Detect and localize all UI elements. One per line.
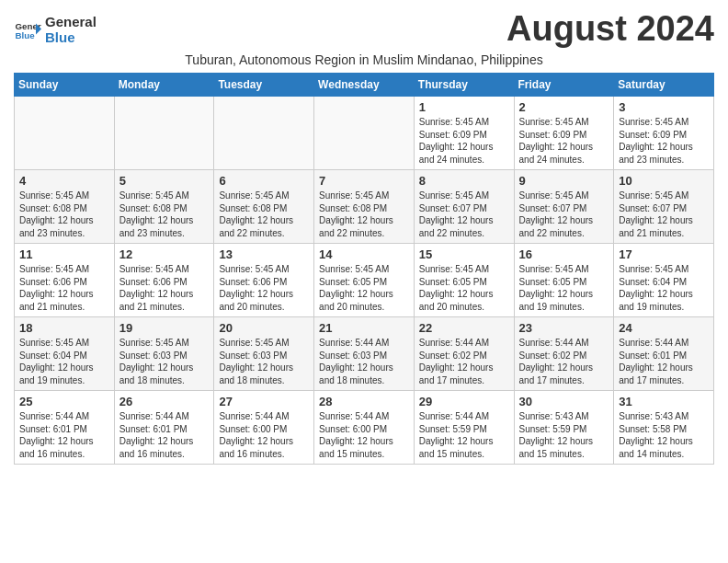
calendar-cell: 21Sunrise: 5:44 AM Sunset: 6:03 PM Dayli… bbox=[314, 317, 415, 391]
day-number: 2 bbox=[519, 100, 609, 114]
day-info: Sunrise: 5:45 AM Sunset: 6:03 PM Dayligh… bbox=[119, 337, 210, 386]
day-info: Sunrise: 5:44 AM Sunset: 5:59 PM Dayligh… bbox=[419, 410, 509, 460]
day-info: Sunrise: 5:44 AM Sunset: 6:02 PM Dayligh… bbox=[419, 337, 509, 386]
day-number: 5 bbox=[119, 174, 210, 188]
calendar-cell: 29Sunrise: 5:44 AM Sunset: 5:59 PM Dayli… bbox=[414, 391, 514, 465]
weekday-tuesday: Tuesday bbox=[214, 74, 314, 97]
day-info: Sunrise: 5:45 AM Sunset: 6:04 PM Dayligh… bbox=[19, 337, 109, 386]
calendar-cell bbox=[15, 97, 115, 170]
calendar-row-5: 25Sunrise: 5:44 AM Sunset: 6:01 PM Dayli… bbox=[15, 391, 714, 465]
calendar-cell: 13Sunrise: 5:45 AM Sunset: 6:06 PM Dayli… bbox=[214, 244, 314, 317]
calendar-cell: 26Sunrise: 5:44 AM Sunset: 6:01 PM Dayli… bbox=[114, 391, 214, 465]
calendar-cell: 16Sunrise: 5:45 AM Sunset: 6:05 PM Dayli… bbox=[514, 244, 614, 317]
calendar-cell: 6Sunrise: 5:45 AM Sunset: 6:08 PM Daylig… bbox=[214, 170, 314, 244]
day-number: 24 bbox=[619, 321, 709, 335]
day-info: Sunrise: 5:45 AM Sunset: 6:06 PM Dayligh… bbox=[19, 263, 109, 313]
logo: General Blue General Blue bbox=[14, 15, 97, 45]
calendar-cell: 10Sunrise: 5:45 AM Sunset: 6:07 PM Dayli… bbox=[614, 170, 714, 244]
calendar-cell: 12Sunrise: 5:45 AM Sunset: 6:06 PM Dayli… bbox=[114, 244, 214, 317]
day-number: 11 bbox=[19, 247, 109, 261]
day-number: 20 bbox=[219, 321, 309, 335]
day-number: 19 bbox=[119, 321, 210, 335]
calendar-cell: 22Sunrise: 5:44 AM Sunset: 6:02 PM Dayli… bbox=[414, 317, 514, 391]
day-number: 17 bbox=[619, 247, 709, 261]
calendar-cell bbox=[314, 97, 415, 170]
calendar: SundayMondayTuesdayWednesdayThursdayFrid… bbox=[14, 73, 714, 465]
day-number: 15 bbox=[419, 247, 509, 261]
weekday-header-row: SundayMondayTuesdayWednesdayThursdayFrid… bbox=[15, 74, 714, 97]
day-info: Sunrise: 5:45 AM Sunset: 6:06 PM Dayligh… bbox=[219, 263, 309, 313]
day-info: Sunrise: 5:45 AM Sunset: 6:09 PM Dayligh… bbox=[419, 116, 509, 166]
day-info: Sunrise: 5:43 AM Sunset: 5:59 PM Dayligh… bbox=[519, 410, 609, 460]
calendar-cell: 3Sunrise: 5:45 AM Sunset: 6:09 PM Daylig… bbox=[614, 97, 714, 170]
day-info: Sunrise: 5:44 AM Sunset: 6:00 PM Dayligh… bbox=[219, 410, 309, 460]
day-number: 6 bbox=[219, 174, 309, 188]
day-info: Sunrise: 5:45 AM Sunset: 6:08 PM Dayligh… bbox=[19, 190, 109, 239]
day-number: 8 bbox=[419, 174, 509, 188]
day-info: Sunrise: 5:44 AM Sunset: 6:01 PM Dayligh… bbox=[619, 337, 709, 386]
calendar-cell: 27Sunrise: 5:44 AM Sunset: 6:00 PM Dayli… bbox=[214, 391, 314, 465]
calendar-cell: 24Sunrise: 5:44 AM Sunset: 6:01 PM Dayli… bbox=[614, 317, 714, 391]
calendar-header: SundayMondayTuesdayWednesdayThursdayFrid… bbox=[15, 74, 714, 97]
day-info: Sunrise: 5:43 AM Sunset: 5:58 PM Dayligh… bbox=[619, 410, 709, 460]
day-number: 27 bbox=[219, 395, 309, 408]
day-info: Sunrise: 5:45 AM Sunset: 6:07 PM Dayligh… bbox=[519, 190, 609, 239]
day-number: 28 bbox=[319, 395, 409, 408]
calendar-cell: 14Sunrise: 5:45 AM Sunset: 6:05 PM Dayli… bbox=[314, 244, 415, 317]
day-number: 14 bbox=[319, 247, 409, 261]
header: General Blue General Blue August 2024 bbox=[14, 9, 714, 49]
calendar-cell: 5Sunrise: 5:45 AM Sunset: 6:08 PM Daylig… bbox=[114, 170, 214, 244]
day-number: 31 bbox=[619, 395, 709, 408]
calendar-body: 1Sunrise: 5:45 AM Sunset: 6:09 PM Daylig… bbox=[15, 97, 714, 465]
svg-text:Blue: Blue bbox=[16, 30, 36, 40]
weekday-sunday: Sunday bbox=[15, 74, 115, 97]
calendar-cell: 20Sunrise: 5:45 AM Sunset: 6:03 PM Dayli… bbox=[214, 317, 314, 391]
day-info: Sunrise: 5:45 AM Sunset: 6:09 PM Dayligh… bbox=[519, 116, 609, 166]
day-info: Sunrise: 5:44 AM Sunset: 6:01 PM Dayligh… bbox=[19, 410, 109, 460]
day-info: Sunrise: 5:44 AM Sunset: 6:01 PM Dayligh… bbox=[119, 410, 210, 460]
calendar-cell bbox=[114, 97, 214, 170]
day-number: 1 bbox=[419, 100, 509, 114]
day-info: Sunrise: 5:45 AM Sunset: 6:07 PM Dayligh… bbox=[619, 190, 709, 239]
day-info: Sunrise: 5:45 AM Sunset: 6:09 PM Dayligh… bbox=[619, 116, 709, 166]
calendar-cell: 25Sunrise: 5:44 AM Sunset: 6:01 PM Dayli… bbox=[15, 391, 115, 465]
logo-blue-text: Blue bbox=[45, 30, 97, 46]
day-info: Sunrise: 5:45 AM Sunset: 6:08 PM Dayligh… bbox=[219, 190, 309, 239]
weekday-friday: Friday bbox=[514, 74, 614, 97]
calendar-cell: 31Sunrise: 5:43 AM Sunset: 5:58 PM Dayli… bbox=[614, 391, 714, 465]
calendar-row-2: 4Sunrise: 5:45 AM Sunset: 6:08 PM Daylig… bbox=[15, 170, 714, 244]
day-number: 22 bbox=[419, 321, 509, 335]
calendar-cell: 9Sunrise: 5:45 AM Sunset: 6:07 PM Daylig… bbox=[514, 170, 614, 244]
day-info: Sunrise: 5:45 AM Sunset: 6:08 PM Dayligh… bbox=[319, 190, 409, 239]
day-info: Sunrise: 5:44 AM Sunset: 6:02 PM Dayligh… bbox=[519, 337, 609, 386]
calendar-cell: 18Sunrise: 5:45 AM Sunset: 6:04 PM Dayli… bbox=[15, 317, 115, 391]
logo-text: General Blue bbox=[45, 15, 97, 45]
day-number: 26 bbox=[119, 395, 210, 408]
day-number: 25 bbox=[19, 395, 109, 408]
day-number: 4 bbox=[19, 174, 109, 188]
day-number: 10 bbox=[619, 174, 709, 188]
weekday-thursday: Thursday bbox=[414, 74, 514, 97]
day-number: 29 bbox=[419, 395, 509, 408]
day-number: 7 bbox=[319, 174, 409, 188]
day-number: 9 bbox=[519, 174, 609, 188]
day-number: 21 bbox=[319, 321, 409, 335]
calendar-cell: 30Sunrise: 5:43 AM Sunset: 5:59 PM Dayli… bbox=[514, 391, 614, 465]
logo-icon: General Blue bbox=[14, 17, 41, 44]
day-number: 16 bbox=[519, 247, 609, 261]
day-info: Sunrise: 5:45 AM Sunset: 6:04 PM Dayligh… bbox=[619, 263, 709, 313]
day-number: 23 bbox=[519, 321, 609, 335]
calendar-cell bbox=[214, 97, 314, 170]
calendar-cell: 11Sunrise: 5:45 AM Sunset: 6:06 PM Dayli… bbox=[15, 244, 115, 317]
day-number: 18 bbox=[19, 321, 109, 335]
weekday-saturday: Saturday bbox=[614, 74, 714, 97]
day-info: Sunrise: 5:45 AM Sunset: 6:05 PM Dayligh… bbox=[319, 263, 409, 313]
day-info: Sunrise: 5:44 AM Sunset: 6:03 PM Dayligh… bbox=[319, 337, 409, 386]
day-info: Sunrise: 5:45 AM Sunset: 6:06 PM Dayligh… bbox=[119, 263, 210, 313]
day-number: 12 bbox=[119, 247, 210, 261]
month-title: August 2024 bbox=[506, 9, 714, 49]
logo-general-text: General bbox=[45, 15, 97, 30]
day-info: Sunrise: 5:45 AM Sunset: 6:03 PM Dayligh… bbox=[219, 337, 309, 386]
calendar-cell: 7Sunrise: 5:45 AM Sunset: 6:08 PM Daylig… bbox=[314, 170, 415, 244]
calendar-cell: 23Sunrise: 5:44 AM Sunset: 6:02 PM Dayli… bbox=[514, 317, 614, 391]
